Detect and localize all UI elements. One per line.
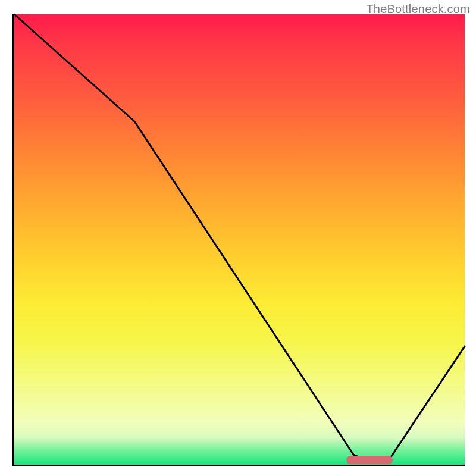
chart-container — [12, 14, 465, 466]
chart-svg — [12, 14, 465, 466]
data-curve — [14, 14, 465, 461]
optimum-marker — [346, 456, 393, 464]
